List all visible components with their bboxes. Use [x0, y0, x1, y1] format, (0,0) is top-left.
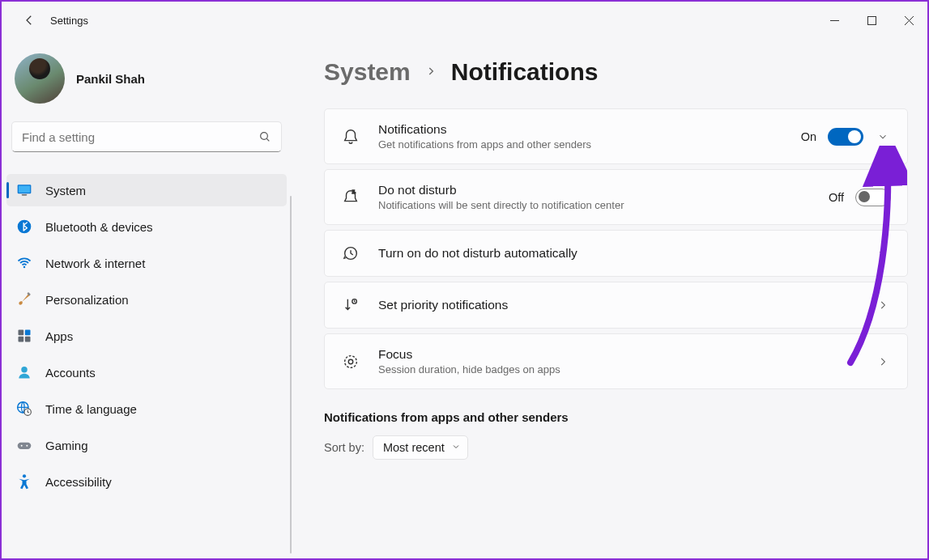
svg-point-26	[345, 355, 357, 367]
svg-line-5	[266, 138, 269, 141]
notifications-toggle[interactable]	[828, 128, 863, 146]
sidebar-item-network[interactable]: Network & internet	[6, 247, 287, 279]
monitor-icon	[16, 182, 32, 198]
card-subtitle: Session duration, hide badges on apps	[378, 363, 857, 375]
sort-row: Sort by: Most recent	[324, 435, 908, 460]
sort-label: Sort by:	[324, 441, 364, 454]
sidebar-item-system[interactable]: System	[6, 174, 287, 206]
svg-point-21	[26, 445, 28, 447]
maximize-icon	[867, 16, 876, 25]
card-notifications[interactable]: Notifications Get notifications from app…	[324, 108, 908, 164]
sidebar-item-accounts[interactable]: Accounts	[6, 356, 287, 388]
card-subtitle: Get notifications from apps and other se…	[378, 138, 783, 151]
card-priority-notifications[interactable]: Set priority notifications	[324, 282, 908, 329]
search-input-wrap[interactable]	[11, 121, 282, 152]
chevron-down-icon	[877, 248, 889, 259]
page-title: Notifications	[451, 58, 599, 86]
maximize-button[interactable]	[853, 7, 890, 33]
main-content: System Notifications Notifications Get n…	[292, 39, 927, 558]
sidebar-item-label: Bluetooth & devices	[45, 220, 153, 234]
breadcrumb-parent[interactable]: System	[324, 58, 411, 86]
sidebar-item-label: Time & language	[45, 402, 137, 416]
dnd-icon: z	[341, 188, 360, 207]
chevron-right-icon	[877, 356, 889, 367]
sidebar-nav: System Bluetooth & devices Network & int…	[6, 174, 287, 498]
sort-value: Most recent	[383, 441, 445, 454]
sidebar-item-label: Apps	[45, 329, 73, 343]
bell-icon	[341, 127, 360, 146]
sidebar-item-time-language[interactable]: Time & language	[6, 392, 287, 425]
close-button[interactable]	[890, 7, 927, 33]
apps-icon	[16, 328, 32, 344]
sidebar-item-apps[interactable]: Apps	[6, 320, 287, 352]
svg-rect-1	[867, 16, 876, 24]
accessibility-icon	[16, 473, 32, 490]
section-title-apps: Notifications from apps and other sender…	[324, 410, 908, 424]
svg-rect-12	[19, 330, 24, 336]
sidebar-item-bluetooth[interactable]: Bluetooth & devices	[6, 210, 287, 243]
chevron-right-icon	[425, 64, 437, 81]
card-title: Notifications	[378, 122, 783, 137]
gamepad-icon	[16, 437, 32, 453]
svg-point-4	[261, 133, 268, 140]
arrow-left-icon	[22, 13, 36, 28]
minimize-button[interactable]	[816, 7, 853, 33]
card-auto-dnd[interactable]: Turn on do not disturb automatically	[324, 230, 908, 277]
svg-rect-15	[25, 337, 31, 342]
avatar	[15, 53, 65, 104]
profile-name: Pankil Shah	[76, 72, 145, 86]
dnd-toggle[interactable]	[855, 189, 891, 206]
minimize-icon	[830, 16, 839, 25]
card-focus[interactable]: Focus Session duration, hide badges on a…	[324, 333, 908, 389]
sidebar-item-label: Accessibility	[45, 475, 112, 489]
window-controls	[816, 7, 927, 33]
navigate-button[interactable]	[875, 299, 891, 311]
sidebar-item-label: Accounts	[45, 366, 96, 380]
card-title: Do not disturb	[378, 183, 811, 197]
priority-icon	[341, 295, 360, 315]
sidebar-item-label: System	[45, 184, 86, 197]
focus-icon	[341, 352, 360, 371]
svg-rect-7	[19, 186, 30, 193]
sidebar: Pankil Shah System Bluetooth & devices	[2, 39, 292, 558]
svg-rect-19	[18, 443, 32, 449]
toggle-label: Off	[829, 191, 844, 204]
search-icon	[258, 130, 271, 143]
svg-rect-8	[22, 194, 28, 196]
chevron-down-icon	[451, 441, 461, 454]
brush-icon	[16, 291, 32, 308]
window-title: Settings	[50, 15, 88, 27]
toggle-label: On	[801, 130, 816, 143]
sidebar-item-gaming[interactable]: Gaming	[6, 429, 287, 461]
person-icon	[16, 364, 32, 380]
search-input[interactable]	[22, 130, 258, 144]
card-do-not-disturb[interactable]: z Do not disturb Notifications will be s…	[324, 169, 908, 225]
svg-text:z: z	[352, 189, 355, 194]
navigate-button[interactable]	[875, 356, 891, 367]
card-title: Set priority notifications	[378, 298, 857, 312]
back-button[interactable]	[15, 6, 44, 35]
svg-point-20	[21, 445, 23, 447]
card-subtitle: Notifications will be sent directly to n…	[378, 199, 811, 211]
svg-rect-14	[19, 337, 24, 342]
clock-refresh-icon	[341, 244, 360, 263]
wifi-icon	[16, 255, 32, 271]
sidebar-item-label: Gaming	[45, 439, 88, 452]
chevron-right-icon	[877, 299, 889, 311]
chevron-down-icon	[877, 131, 889, 142]
sidebar-item-label: Network & internet	[45, 257, 145, 270]
profile-block[interactable]: Pankil Shah	[6, 39, 287, 121]
svg-point-27	[348, 359, 353, 364]
globe-clock-icon	[16, 401, 32, 417]
sidebar-scrollbar[interactable]	[290, 196, 292, 554]
expand-button[interactable]	[875, 248, 891, 259]
sort-select[interactable]: Most recent	[373, 435, 468, 460]
sidebar-item-accessibility[interactable]: Accessibility	[6, 465, 287, 498]
svg-point-10	[23, 266, 26, 269]
breadcrumb: System Notifications	[324, 58, 908, 86]
svg-point-22	[23, 474, 26, 477]
svg-rect-13	[25, 330, 31, 336]
bluetooth-icon	[16, 218, 32, 235]
expand-button[interactable]	[875, 131, 891, 142]
sidebar-item-personalization[interactable]: Personalization	[6, 283, 287, 316]
